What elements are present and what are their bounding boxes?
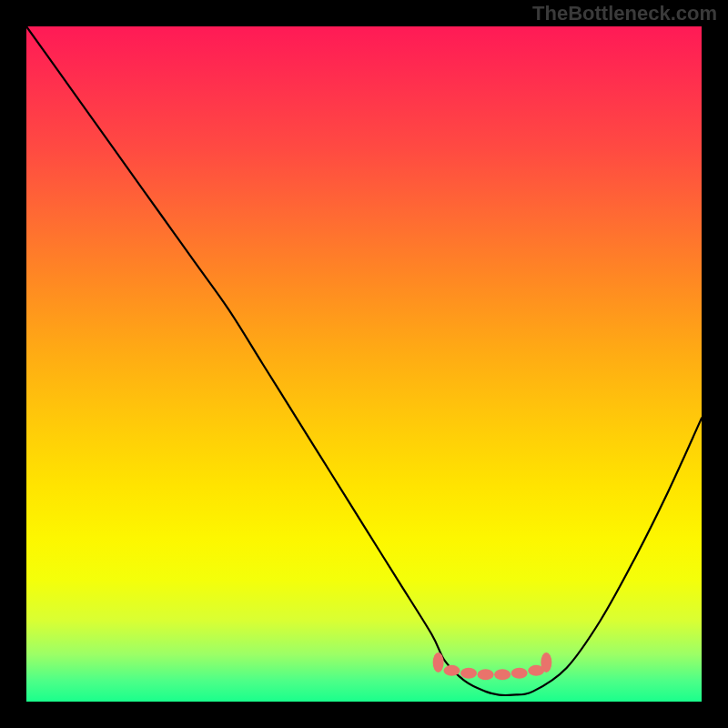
optimal-marker (478, 669, 494, 680)
optimal-marker (541, 652, 551, 672)
optimal-range-markers (433, 652, 552, 680)
optimal-marker (511, 668, 528, 679)
attribution-text: TheBottleneck.com (532, 2, 717, 25)
optimal-marker (460, 668, 477, 679)
optimal-marker (494, 669, 511, 680)
optimal-marker (433, 652, 444, 672)
marker-layer (26, 26, 702, 702)
optimal-marker (443, 665, 460, 676)
plot-area (26, 26, 702, 702)
